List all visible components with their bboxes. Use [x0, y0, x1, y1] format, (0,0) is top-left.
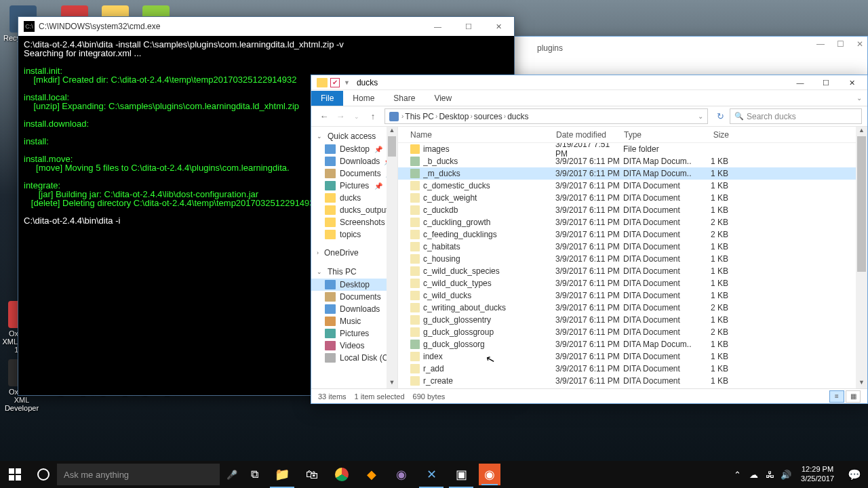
- taskbar-app-github[interactable]: ◉: [387, 461, 416, 488]
- ribbon-expand-icon[interactable]: ⌄: [856, 94, 862, 102]
- start-button[interactable]: [0, 461, 30, 488]
- search-input[interactable]: 🔍 Search ducks: [730, 108, 862, 124]
- navpane-item[interactable]: Downloads: [311, 303, 397, 315]
- file-row[interactable]: c_housing3/9/2017 6:11 PMDITA Document1 …: [398, 253, 867, 265]
- ribbon-file-tab[interactable]: File: [311, 91, 343, 106]
- taskbar-app-store[interactable]: 🛍: [297, 461, 327, 488]
- file-row[interactable]: g_duck_glossorg3/9/2017 6:11 PMDITA Map …: [398, 338, 867, 350]
- column-name[interactable]: Name: [410, 130, 556, 140]
- close-button[interactable]: ✕: [856, 39, 863, 49]
- qat-properties-icon[interactable]: ✔: [330, 78, 340, 87]
- breadcrumb-dropdown-icon[interactable]: ⌄: [698, 113, 703, 120]
- minimize-button[interactable]: —: [422, 17, 453, 36]
- forward-button[interactable]: →: [333, 109, 348, 124]
- file-row[interactable]: _m_ducks3/9/2017 6:11 PMDITA Map Docum..…: [398, 167, 867, 180]
- onedrive-header[interactable]: ›OneDrive: [311, 246, 397, 260]
- file-row[interactable]: g_duck_glossgroup3/9/2017 6:11 PMDITA Do…: [398, 326, 867, 338]
- taskbar-clock[interactable]: 12:29 PM 3/25/2017: [794, 465, 841, 484]
- column-type[interactable]: Type: [624, 130, 692, 140]
- navpane-item[interactable]: ducks: [311, 192, 397, 204]
- breadcrumb[interactable]: › This PC› Desktop› sources› ducks ⌄: [384, 108, 708, 124]
- navpane-scrollbar[interactable]: ▲ ▼: [387, 127, 397, 388]
- file-row[interactable]: c_feeding_ducklings3/9/2017 6:11 PMDITA …: [398, 228, 867, 241]
- file-row[interactable]: c_wild_ducks3/9/2017 6:11 PMDITA Documen…: [398, 289, 867, 302]
- file-row[interactable]: c_habitats3/9/2017 6:11 PMDITA Document1…: [398, 241, 867, 253]
- taskbar-app-explorer[interactable]: 📁: [267, 461, 297, 488]
- filepane-scrollbar[interactable]: ▲ ▼: [856, 127, 867, 388]
- qat-dropdown-icon[interactable]: ▼: [344, 79, 350, 86]
- maximize-button[interactable]: ☐: [813, 75, 839, 90]
- file-row[interactable]: c_duckdb3/9/2017 6:11 PMDITA Document1 K…: [398, 204, 867, 216]
- breadcrumb-segment[interactable]: sources: [474, 112, 502, 121]
- file-row[interactable]: r_create3/9/2017 6:11 PMDITA Document1 K…: [398, 375, 867, 387]
- close-button[interactable]: ✕: [484, 17, 514, 36]
- taskbar-search-input[interactable]: Ask me anything: [57, 464, 220, 485]
- quick-access-header[interactable]: ⌄Quick access: [311, 129, 397, 143]
- tray-onedrive-icon[interactable]: ☁: [745, 461, 762, 488]
- details-view-button[interactable]: ≡: [829, 390, 844, 403]
- navpane-item[interactable]: Pictures: [311, 327, 397, 340]
- navpane-item[interactable]: Desktop: [311, 279, 397, 291]
- explorer-window[interactable]: ✔ ▼ ducks — ☐ ✕ File Home Share View ⌄ ←…: [311, 75, 868, 404]
- file-row[interactable]: c_domestic_ducks3/9/2017 6:11 PMDITA Doc…: [398, 180, 867, 192]
- navpane-item[interactable]: Desktop📌: [311, 143, 397, 155]
- back-button[interactable]: ←: [317, 109, 332, 124]
- task-view-button[interactable]: ⧉: [241, 468, 267, 481]
- recent-dropdown[interactable]: ⌄: [349, 109, 364, 124]
- mic-icon[interactable]: 🎤: [222, 470, 241, 480]
- navpane-item[interactable]: ducks_output: [311, 204, 397, 216]
- action-center-button[interactable]: 💬: [841, 461, 868, 488]
- column-size[interactable]: Size: [692, 130, 729, 140]
- file-row[interactable]: c_wild_duck_types3/9/2017 6:11 PMDITA Do…: [398, 277, 867, 289]
- background-explorer-window[interactable]: plugins — ☐ ✕: [512, 36, 868, 77]
- this-pc-header[interactable]: ⌄This PC: [311, 265, 397, 279]
- taskbar-app-oxygen[interactable]: ✕: [416, 461, 446, 488]
- explorer-titlebar[interactable]: ✔ ▼ ducks — ☐ ✕: [311, 75, 867, 90]
- file-row[interactable]: index3/9/2017 6:11 PMDITA Document1 KB: [398, 350, 867, 363]
- navpane-item[interactable]: Videos: [311, 340, 397, 352]
- navigation-pane[interactable]: ⌄Quick access Desktop📌Downloads📌Document…: [311, 127, 398, 388]
- close-button[interactable]: ✕: [839, 75, 865, 90]
- breadcrumb-segment[interactable]: This PC: [405, 112, 434, 121]
- taskbar-app-cmd[interactable]: ▣: [446, 461, 476, 488]
- file-row[interactable]: images3/19/2017 7:51 PMFile folder: [398, 143, 867, 155]
- navpane-item[interactable]: Local Disk (C:): [311, 352, 397, 364]
- cmd-titlebar[interactable]: C:\ C:\WINDOWS\system32\cmd.exe — ☐ ✕: [18, 17, 514, 36]
- file-row[interactable]: _b_ducks3/9/2017 6:11 PMDITA Map Docum..…: [398, 155, 867, 167]
- navpane-item[interactable]: Documents: [311, 291, 397, 303]
- breadcrumb-segment[interactable]: ducks: [507, 112, 528, 121]
- taskbar-app-chrome[interactable]: [327, 461, 357, 488]
- file-row[interactable]: g_duck_glossentry3/9/2017 6:11 PMDITA Do…: [398, 314, 867, 326]
- tray-network-icon[interactable]: 🖧: [762, 461, 778, 488]
- minimize-button[interactable]: —: [787, 75, 813, 90]
- navpane-item[interactable]: Downloads📌: [311, 155, 397, 167]
- tray-overflow-icon[interactable]: ⌃: [729, 461, 745, 488]
- navpane-item[interactable]: Pictures📌: [311, 180, 397, 192]
- navpane-item[interactable]: Screenshots: [311, 216, 397, 228]
- navpane-item[interactable]: Documents📌: [311, 167, 397, 180]
- navpane-item[interactable]: topics: [311, 228, 397, 241]
- minimize-button[interactable]: —: [816, 39, 825, 49]
- maximize-button[interactable]: ☐: [453, 17, 484, 36]
- thumbnails-view-button[interactable]: ▦: [846, 390, 861, 403]
- ribbon-share-tab[interactable]: Share: [384, 91, 425, 106]
- file-row[interactable]: c_duck_weight3/9/2017 6:11 PMDITA Docume…: [398, 192, 867, 204]
- file-row[interactable]: c_writing_about_ducks3/9/2017 6:11 PMDIT…: [398, 302, 867, 314]
- maximize-button[interactable]: ☐: [837, 39, 844, 49]
- file-row[interactable]: c_duckling_growth3/9/2017 6:11 PMDITA Do…: [398, 216, 867, 228]
- cortana-icon[interactable]: [30, 468, 57, 481]
- column-date[interactable]: Date modified: [556, 130, 624, 140]
- taskbar-app-sublime[interactable]: ◆: [357, 461, 387, 488]
- tray-volume-icon[interactable]: 🔊: [778, 461, 794, 488]
- breadcrumb-segment[interactable]: Desktop: [439, 112, 469, 121]
- navpane-item[interactable]: Music: [311, 315, 397, 327]
- taskbar[interactable]: Ask me anything 🎤 ⧉ 📁 🛍 ◆ ◉ ✕ ▣ ◉ ⌃ ☁ 🖧 …: [0, 461, 868, 488]
- ribbon-home-tab[interactable]: Home: [343, 91, 384, 106]
- ribbon-view-tab[interactable]: View: [425, 91, 461, 106]
- refresh-button[interactable]: ↻: [712, 108, 728, 124]
- file-row[interactable]: c_wild_duck_species3/9/2017 6:11 PMDITA …: [398, 265, 867, 277]
- file-list[interactable]: Name Date modified Type Size images3/19/…: [398, 127, 867, 388]
- taskbar-app-screenrec[interactable]: ◉: [479, 464, 500, 485]
- file-row[interactable]: r_add3/9/2017 6:11 PMDITA Document1 KB: [398, 363, 867, 375]
- up-button[interactable]: ↑: [366, 109, 380, 124]
